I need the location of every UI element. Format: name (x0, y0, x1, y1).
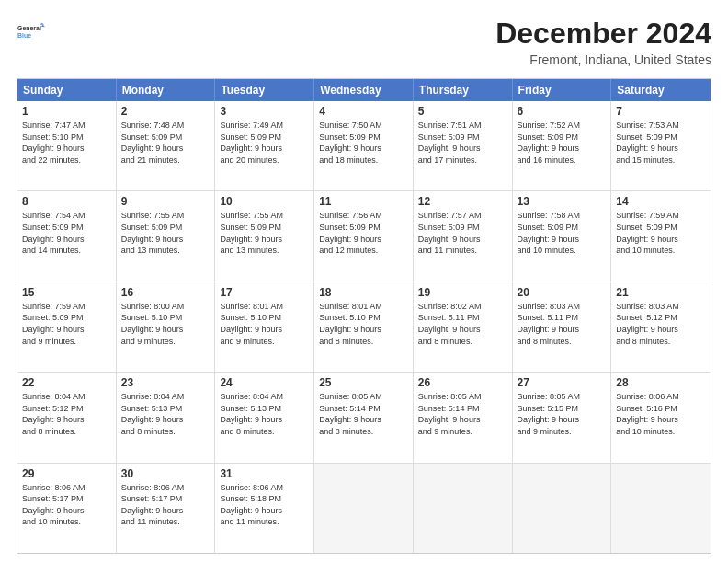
cell-info: Sunrise: 8:01 AMSunset: 5:10 PMDaylight:… (319, 301, 408, 347)
day-number: 27 (518, 376, 607, 389)
empty-cell (513, 464, 612, 553)
day-number: 25 (319, 376, 408, 389)
day-number: 3 (220, 105, 309, 118)
day-6: 6Sunrise: 7:52 AMSunset: 5:09 PMDaylight… (513, 101, 612, 190)
day-13: 13Sunrise: 7:58 AMSunset: 5:09 PMDayligh… (513, 191, 612, 281)
cell-info: Sunrise: 7:47 AMSunset: 5:10 PMDaylight:… (22, 120, 111, 166)
svg-text:General: General (17, 25, 41, 31)
subtitle: Fremont, Indiana, United States (495, 52, 711, 67)
header-day-friday: Friday (513, 79, 612, 101)
cell-info: Sunrise: 8:05 AMSunset: 5:14 PMDaylight:… (319, 391, 408, 437)
header-day-saturday: Saturday (611, 79, 711, 101)
cell-info: Sunrise: 8:03 AMSunset: 5:11 PMDaylight:… (518, 301, 607, 347)
day-31: 31Sunrise: 8:06 AMSunset: 5:18 PMDayligh… (215, 464, 314, 553)
day-24: 24Sunrise: 8:04 AMSunset: 5:13 PMDayligh… (215, 373, 314, 462)
day-23: 23Sunrise: 8:04 AMSunset: 5:13 PMDayligh… (117, 373, 216, 462)
svg-text:Blue: Blue (17, 32, 31, 39)
day-4: 4Sunrise: 7:50 AMSunset: 5:09 PMDaylight… (314, 101, 414, 190)
day-number: 2 (121, 105, 210, 118)
day-number: 5 (418, 105, 507, 118)
day-9: 9Sunrise: 7:55 AMSunset: 5:09 PMDaylight… (117, 191, 216, 281)
week-row-5: 29Sunrise: 8:06 AMSunset: 5:17 PMDayligh… (17, 463, 711, 553)
day-16: 16Sunrise: 8:00 AMSunset: 5:10 PMDayligh… (117, 282, 216, 372)
day-17: 17Sunrise: 8:01 AMSunset: 5:10 PMDayligh… (215, 282, 314, 372)
day-number: 30 (121, 467, 210, 480)
day-number: 31 (220, 467, 309, 480)
day-number: 8 (22, 195, 111, 208)
day-number: 9 (121, 195, 210, 208)
week-row-2: 8Sunrise: 7:54 AMSunset: 5:09 PMDaylight… (17, 190, 711, 281)
day-1: 1Sunrise: 7:47 AMSunset: 5:10 PMDaylight… (17, 101, 117, 190)
page-container: General Blue December 2024 Fremont, Indi… (0, 0, 728, 563)
day-27: 27Sunrise: 8:05 AMSunset: 5:15 PMDayligh… (513, 373, 612, 462)
week-row-1: 1Sunrise: 7:47 AMSunset: 5:10 PMDaylight… (17, 101, 711, 190)
day-21: 21Sunrise: 8:03 AMSunset: 5:12 PMDayligh… (611, 282, 711, 372)
day-number: 22 (22, 376, 111, 389)
day-11: 11Sunrise: 7:56 AMSunset: 5:09 PMDayligh… (314, 191, 414, 281)
day-3: 3Sunrise: 7:49 AMSunset: 5:09 PMDaylight… (215, 101, 314, 190)
cell-info: Sunrise: 7:52 AMSunset: 5:09 PMDaylight:… (518, 120, 607, 166)
empty-cell (414, 464, 513, 553)
cell-info: Sunrise: 7:50 AMSunset: 5:09 PMDaylight:… (319, 120, 408, 166)
day-30: 30Sunrise: 8:06 AMSunset: 5:17 PMDayligh… (117, 464, 216, 553)
day-28: 28Sunrise: 8:06 AMSunset: 5:16 PMDayligh… (611, 373, 711, 462)
day-number: 7 (616, 105, 706, 118)
cell-info: Sunrise: 7:55 AMSunset: 5:09 PMDaylight:… (121, 210, 210, 256)
logo: General Blue (17, 17, 46, 46)
day-22: 22Sunrise: 8:04 AMSunset: 5:12 PMDayligh… (17, 373, 117, 462)
cell-info: Sunrise: 8:05 AMSunset: 5:15 PMDaylight:… (518, 391, 607, 437)
header-day-tuesday: Tuesday (215, 79, 314, 101)
day-number: 20 (518, 286, 607, 299)
day-15: 15Sunrise: 7:59 AMSunset: 5:09 PMDayligh… (17, 282, 117, 372)
day-14: 14Sunrise: 7:59 AMSunset: 5:09 PMDayligh… (611, 191, 711, 281)
day-number: 10 (220, 195, 309, 208)
day-number: 26 (418, 376, 507, 389)
calendar-header: SundayMondayTuesdayWednesdayThursdayFrid… (17, 79, 711, 101)
cell-info: Sunrise: 8:03 AMSunset: 5:12 PMDaylight:… (616, 301, 706, 347)
day-number: 15 (22, 286, 111, 299)
day-number: 28 (616, 376, 706, 389)
cell-info: Sunrise: 7:56 AMSunset: 5:09 PMDaylight:… (319, 210, 408, 256)
day-19: 19Sunrise: 8:02 AMSunset: 5:11 PMDayligh… (414, 282, 513, 372)
day-number: 18 (319, 286, 408, 299)
cell-info: Sunrise: 8:06 AMSunset: 5:17 PMDaylight:… (121, 482, 210, 528)
day-10: 10Sunrise: 7:55 AMSunset: 5:09 PMDayligh… (215, 191, 314, 281)
cell-info: Sunrise: 8:06 AMSunset: 5:16 PMDaylight:… (616, 391, 706, 437)
day-12: 12Sunrise: 7:57 AMSunset: 5:09 PMDayligh… (414, 191, 513, 281)
day-26: 26Sunrise: 8:05 AMSunset: 5:14 PMDayligh… (414, 373, 513, 462)
cell-info: Sunrise: 7:53 AMSunset: 5:09 PMDaylight:… (616, 120, 706, 166)
day-number: 19 (418, 286, 507, 299)
header-day-sunday: Sunday (17, 79, 117, 101)
cell-info: Sunrise: 8:06 AMSunset: 5:17 PMDaylight:… (22, 482, 111, 528)
day-number: 11 (319, 195, 408, 208)
day-number: 23 (121, 376, 210, 389)
day-number: 6 (518, 105, 607, 118)
day-number: 14 (616, 195, 706, 208)
day-number: 13 (518, 195, 607, 208)
day-number: 21 (616, 286, 706, 299)
day-number: 16 (121, 286, 210, 299)
day-8: 8Sunrise: 7:54 AMSunset: 5:09 PMDaylight… (17, 191, 117, 281)
day-number: 29 (22, 467, 111, 480)
day-number: 17 (220, 286, 309, 299)
day-20: 20Sunrise: 8:03 AMSunset: 5:11 PMDayligh… (513, 282, 612, 372)
day-25: 25Sunrise: 8:05 AMSunset: 5:14 PMDayligh… (314, 373, 414, 462)
day-number: 24 (220, 376, 309, 389)
day-5: 5Sunrise: 7:51 AMSunset: 5:09 PMDaylight… (414, 101, 513, 190)
main-title: December 2024 (495, 17, 711, 51)
day-number: 12 (418, 195, 507, 208)
cell-info: Sunrise: 8:01 AMSunset: 5:10 PMDaylight:… (220, 301, 309, 347)
cell-info: Sunrise: 8:04 AMSunset: 5:12 PMDaylight:… (22, 391, 111, 437)
cell-info: Sunrise: 7:49 AMSunset: 5:09 PMDaylight:… (220, 120, 309, 166)
day-18: 18Sunrise: 8:01 AMSunset: 5:10 PMDayligh… (314, 282, 414, 372)
empty-cell (611, 464, 711, 553)
cell-info: Sunrise: 7:55 AMSunset: 5:09 PMDaylight:… (220, 210, 309, 256)
logo-svg: General Blue (17, 17, 46, 46)
day-2: 2Sunrise: 7:48 AMSunset: 5:09 PMDaylight… (117, 101, 216, 190)
header-day-monday: Monday (117, 79, 216, 101)
header-day-thursday: Thursday (414, 79, 513, 101)
cell-info: Sunrise: 7:51 AMSunset: 5:09 PMDaylight:… (418, 120, 507, 166)
cell-info: Sunrise: 7:58 AMSunset: 5:09 PMDaylight:… (518, 210, 607, 256)
header: General Blue December 2024 Fremont, Indi… (17, 17, 711, 67)
day-29: 29Sunrise: 8:06 AMSunset: 5:17 PMDayligh… (17, 464, 117, 553)
